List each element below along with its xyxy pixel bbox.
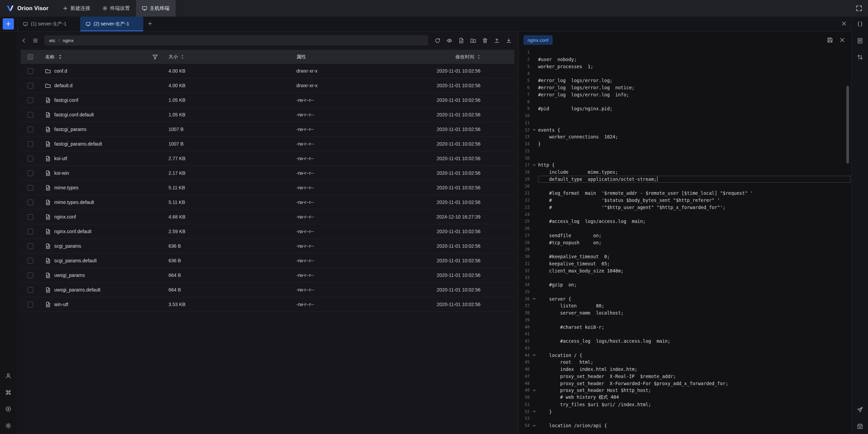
delete-button[interactable] [480, 35, 490, 45]
column-header-size[interactable]: 大小 [169, 54, 178, 60]
column-header-mtime[interactable]: 修改时间 [455, 54, 474, 60]
code-line[interactable]: 30 #keepalive_timeout 0; [519, 253, 851, 260]
code-line[interactable]: 49 proxy_set_header Host $http_host; [519, 387, 851, 394]
code-line[interactable]: 42 #access_log logs/host.access.log main… [519, 338, 851, 345]
code-line[interactable]: 26 [519, 225, 851, 232]
sort-icon[interactable] [181, 54, 184, 60]
fold-chevron-icon[interactable] [531, 353, 537, 358]
refresh-button[interactable] [432, 35, 442, 45]
row-checkbox[interactable] [27, 170, 33, 176]
file-row[interactable]: conf.d4.00 KBdrwxr-xr-x2020-11-01 10:02:… [21, 64, 514, 78]
code-line[interactable]: 40 #charset koi8-r; [519, 323, 851, 331]
row-checkbox[interactable] [27, 112, 33, 118]
close-all-tabs-button[interactable] [841, 21, 847, 27]
row-checkbox[interactable] [27, 243, 33, 249]
code-line[interactable]: 32 client_max_body_size 1048m; [519, 267, 851, 274]
code-line[interactable]: 53 [519, 415, 851, 422]
code-line[interactable]: 39 [519, 317, 851, 324]
fullscreen-icon[interactable] [856, 5, 862, 12]
breadcrumb-item[interactable]: etc [49, 38, 55, 43]
code-line[interactable]: 28 #tcp_nopush on; [519, 239, 851, 246]
file-row[interactable]: win-utf3.53 KB-rw-r--r--2020-11-01 10:02… [21, 297, 514, 312]
code-line[interactable]: 33 [519, 274, 851, 281]
code-line[interactable]: 4 [519, 70, 851, 77]
code-line[interactable]: 2#user nobody; [519, 56, 851, 63]
code-line[interactable]: 29 [519, 246, 851, 253]
code-line[interactable]: 19 default_type application/octet-stream… [519, 176, 851, 183]
fold-chevron-icon[interactable] [531, 128, 537, 132]
code-line[interactable]: 34 #gzip on; [519, 281, 851, 288]
file-row[interactable]: default.d4.00 KBdrwxr-xr-x2020-11-01 10:… [21, 78, 514, 93]
code-line[interactable]: 38 server_name localhost; [519, 309, 851, 317]
row-checkbox[interactable] [27, 68, 33, 74]
code-line[interactable]: 14} [519, 140, 851, 148]
fold-chevron-icon[interactable] [531, 297, 537, 301]
file-row[interactable]: uwsgi_params.default664 B-rw-r--r--2020-… [21, 283, 514, 297]
file-row[interactable]: fastcgi.conf1.05 KB-rw-r--r--2020-11-01 … [21, 93, 514, 108]
list-view-button[interactable] [30, 35, 40, 45]
code-line[interactable]: 17http { [519, 162, 851, 169]
file-row[interactable]: mime.types5.11 KB-rw-r--r--2020-11-01 10… [21, 181, 514, 195]
send-button[interactable] [856, 406, 863, 413]
code-line[interactable]: 21 #log_format main '$remote_addr - $rem… [519, 190, 851, 197]
user-button[interactable] [5, 372, 12, 379]
breadcrumb[interactable]: etc/nginx [44, 35, 428, 45]
code-line[interactable]: 50 # web history 模式 404 [519, 394, 851, 401]
code-line[interactable]: 10 [519, 112, 851, 119]
column-header-name[interactable]: 名称 [45, 54, 55, 60]
file-row[interactable]: scgi_params636 B-rw-r--r--2020-11-01 10:… [21, 239, 514, 253]
shortcut-button[interactable] [5, 389, 12, 396]
settings-button[interactable] [5, 422, 12, 429]
code-line[interactable]: 7#error_log logs/error.log info; [519, 91, 851, 98]
code-line[interactable]: 6#error_log logs/error.log notice; [519, 84, 851, 91]
code-line[interactable]: 45 root html; [519, 359, 851, 366]
theme-button[interactable] [5, 405, 12, 412]
code-line[interactable]: 41 [519, 331, 851, 338]
code-line[interactable]: 22 # '$status $body_bytes_sent "$http_re… [519, 197, 851, 204]
sort-icon[interactable] [57, 54, 63, 60]
row-checkbox[interactable] [27, 214, 33, 220]
code-line[interactable]: 11 [519, 119, 851, 127]
fold-chevron-icon[interactable] [531, 388, 537, 393]
code-line[interactable]: 52 } [519, 408, 851, 415]
select-all-checkbox[interactable] [27, 54, 33, 60]
code-line[interactable]: 46 index index.html index.htm; [519, 366, 851, 373]
code-line[interactable]: 47 proxy_set_header X-Real-IP $remote_ad… [519, 373, 851, 380]
download-button[interactable] [504, 35, 514, 45]
file-row[interactable]: nginx.conf.default2.59 KB-rw-r--r--2020-… [21, 224, 514, 239]
file-row[interactable]: koi-win2.17 KB-rw-r--r--2020-11-01 10:02… [21, 166, 514, 181]
add-tab-button[interactable] [147, 21, 153, 27]
back-button[interactable] [19, 35, 29, 45]
code-line[interactable]: 35 [519, 288, 851, 296]
code-line[interactable]: 23 # '"$http_user_agent" "$http_x_forwar… [519, 204, 851, 211]
nav-item-new-connection[interactable]: 新建连接 [57, 0, 96, 17]
code-line[interactable]: 5#error_log logs/error.log; [519, 77, 851, 84]
file-row[interactable]: fastcgi_params1007 B-rw-r--r--2020-11-01… [21, 122, 514, 137]
code-line[interactable]: 16 [519, 154, 851, 162]
new-folder-button[interactable] [468, 35, 478, 45]
nav-item-terminal-settings[interactable]: 终端设置 [96, 0, 136, 17]
clipboard-button[interactable] [856, 37, 863, 44]
code-line[interactable]: 1 [519, 49, 851, 56]
row-checkbox[interactable] [27, 156, 33, 162]
code-line[interactable]: 27 sendfile on; [519, 232, 851, 239]
editor-file-tag[interactable]: nginx.conf [524, 35, 553, 45]
row-checkbox[interactable] [27, 141, 33, 147]
fold-chevron-icon[interactable] [531, 409, 537, 414]
code-line[interactable]: 44 location / { [519, 352, 851, 359]
code-line[interactable]: 24 [519, 211, 851, 218]
code-line[interactable]: 36 server { [519, 295, 851, 302]
code-line[interactable]: 3worker_processes 1; [519, 63, 851, 70]
code-line[interactable]: 20 [519, 183, 851, 190]
terminal-tab-2[interactable]: (2) server-生产-1 [80, 17, 143, 31]
code-line[interactable]: 48 proxy_set_header X-Forwarded-For $pro… [519, 380, 851, 387]
code-line[interactable]: 43 [519, 345, 851, 352]
row-checkbox[interactable] [27, 185, 33, 191]
code-line[interactable]: 15 [519, 148, 851, 155]
preview-button[interactable] [444, 35, 454, 45]
file-row[interactable]: scgi_params.default636 B-rw-r--r--2020-1… [21, 253, 514, 268]
filter-icon[interactable] [152, 54, 158, 60]
new-terminal-button[interactable] [3, 18, 14, 30]
code-line[interactable]: 13 worker_connections 1024; [519, 133, 851, 140]
sort-icon[interactable] [477, 54, 480, 60]
